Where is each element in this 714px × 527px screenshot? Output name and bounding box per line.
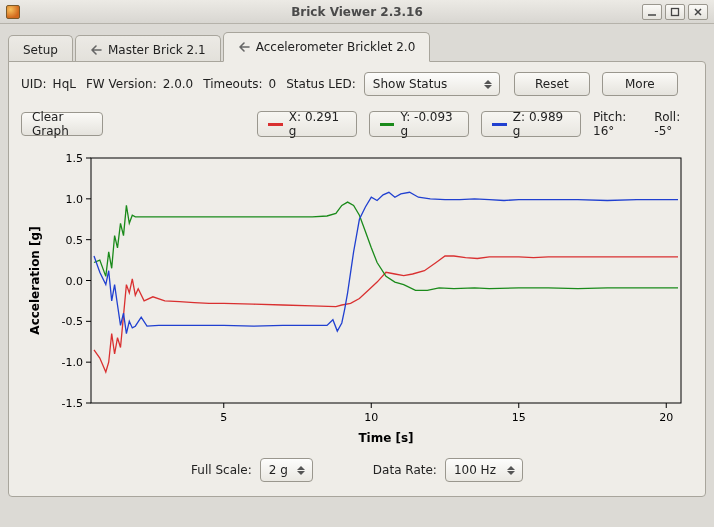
x-swatch — [268, 123, 283, 126]
y-swatch — [380, 123, 394, 126]
reset-button[interactable]: Reset — [514, 72, 590, 96]
tab-label: Setup — [23, 43, 58, 57]
acceleration-chart: -1.5-1.0-0.50.00.51.01.55101520Time [s]A… — [21, 148, 693, 448]
tab-label: Master Brick 2.1 — [108, 43, 206, 57]
close-icon — [693, 7, 703, 17]
svg-text:Time [s]: Time [s] — [358, 431, 413, 445]
y-reading-label: Y: -0.093 g — [400, 110, 458, 138]
svg-rect-1 — [672, 8, 679, 15]
window-maximize-button[interactable] — [665, 4, 685, 20]
full-scale-select[interactable]: 2 g — [260, 458, 313, 482]
updown-icon — [294, 466, 308, 475]
clear-graph-button[interactable]: Clear Graph — [21, 112, 103, 136]
tab-master-brick[interactable]: Master Brick 2.1 — [75, 35, 221, 63]
svg-text:20: 20 — [659, 411, 673, 424]
updown-icon — [504, 466, 518, 475]
minimize-icon — [647, 7, 657, 17]
uid-label: UID: — [21, 77, 47, 91]
status-led-label: Status LED: — [286, 77, 356, 91]
back-arrow-icon — [238, 41, 250, 53]
svg-text:-0.5: -0.5 — [62, 315, 83, 328]
svg-text:Acceleration [g]: Acceleration [g] — [28, 226, 42, 334]
data-rate-label: Data Rate: — [373, 463, 437, 477]
app-icon — [6, 5, 20, 19]
button-label: More — [625, 77, 655, 91]
svg-text:15: 15 — [512, 411, 526, 424]
button-label: Clear Graph — [32, 110, 92, 138]
more-button[interactable]: More — [602, 72, 678, 96]
svg-text:0.5: 0.5 — [66, 234, 84, 247]
tab-content: UID: HqL FW Version: 2.0.0 Timeouts: 0 S… — [8, 61, 706, 497]
bottom-controls: Full Scale: 2 g Data Rate: 100 Hz — [21, 448, 693, 486]
x-reading-label: X: 0.291 g — [289, 110, 346, 138]
data-rate-value: 100 Hz — [454, 463, 498, 477]
tab-setup[interactable]: Setup — [8, 35, 73, 63]
updown-icon — [481, 80, 495, 89]
window-title: Brick Viewer 2.3.16 — [0, 5, 714, 19]
svg-text:10: 10 — [364, 411, 378, 424]
data-rate-select[interactable]: 100 Hz — [445, 458, 523, 482]
readings-row: Clear Graph X: 0.291 g Y: -0.093 g Z: 0.… — [21, 110, 693, 138]
z-swatch — [492, 123, 507, 126]
timeouts-label: Timeouts: — [203, 77, 262, 91]
pitch-value: Pitch: 16° — [593, 110, 640, 138]
timeouts-value: 0 — [269, 77, 277, 91]
x-reading-button[interactable]: X: 0.291 g — [257, 111, 357, 137]
fw-version-value: 2.0.0 — [163, 77, 194, 91]
window-close-button[interactable] — [688, 4, 708, 20]
z-reading-button[interactable]: Z: 0.989 g — [481, 111, 581, 137]
z-reading-label: Z: 0.989 g — [513, 110, 570, 138]
window-titlebar: Brick Viewer 2.3.16 — [0, 0, 714, 24]
info-row: UID: HqL FW Version: 2.0.0 Timeouts: 0 S… — [21, 72, 693, 96]
full-scale-label: Full Scale: — [191, 463, 252, 477]
svg-text:1.5: 1.5 — [66, 152, 84, 165]
y-reading-button[interactable]: Y: -0.093 g — [369, 111, 469, 137]
button-label: Reset — [535, 77, 569, 91]
fw-version-label: FW Version: — [86, 77, 157, 91]
status-led-select[interactable]: Show Status — [364, 72, 500, 96]
full-scale-value: 2 g — [269, 463, 288, 477]
tab-label: Accelerometer Bricklet 2.0 — [256, 40, 416, 54]
tab-strip: Setup Master Brick 2.1 Accelerometer Bri… — [8, 32, 706, 62]
uid-value: HqL — [53, 77, 76, 91]
window-minimize-button[interactable] — [642, 4, 662, 20]
svg-text:1.0: 1.0 — [66, 193, 84, 206]
maximize-icon — [670, 7, 680, 17]
status-led-value: Show Status — [373, 77, 475, 91]
svg-text:-1.0: -1.0 — [62, 356, 83, 369]
roll-value: Roll: -5° — [654, 110, 693, 138]
back-arrow-icon — [90, 44, 102, 56]
svg-text:-1.5: -1.5 — [62, 397, 83, 410]
svg-text:5: 5 — [220, 411, 227, 424]
svg-text:0.0: 0.0 — [66, 275, 84, 288]
tab-accelerometer[interactable]: Accelerometer Bricklet 2.0 — [223, 32, 431, 62]
svg-rect-4 — [91, 158, 681, 403]
